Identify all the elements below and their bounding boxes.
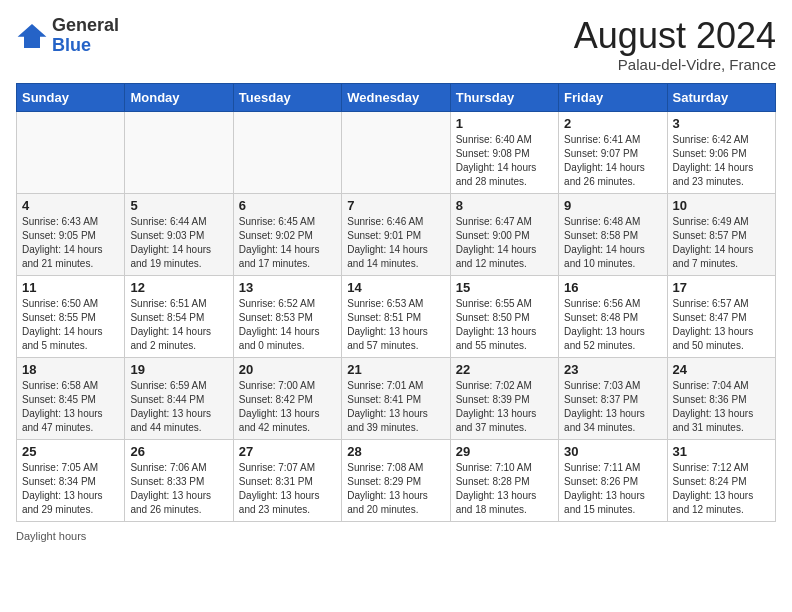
logo-blue-text: Blue [52,36,119,56]
day-number: 27 [239,444,336,459]
calendar-day-cell: 4Sunrise: 6:43 AM Sunset: 9:05 PM Daylig… [17,193,125,275]
day-number: 6 [239,198,336,213]
day-number: 24 [673,362,770,377]
calendar-day-cell: 26Sunrise: 7:06 AM Sunset: 8:33 PM Dayli… [125,439,233,521]
day-number: 23 [564,362,661,377]
day-number: 26 [130,444,227,459]
day-number: 8 [456,198,553,213]
day-number: 29 [456,444,553,459]
day-number: 1 [456,116,553,131]
day-info-text: Sunrise: 6:48 AM Sunset: 8:58 PM Dayligh… [564,215,661,271]
day-info-text: Sunrise: 6:50 AM Sunset: 8:55 PM Dayligh… [22,297,119,353]
calendar-day-cell: 9Sunrise: 6:48 AM Sunset: 8:58 PM Daylig… [559,193,667,275]
calendar-day-cell: 1Sunrise: 6:40 AM Sunset: 9:08 PM Daylig… [450,111,558,193]
day-number: 9 [564,198,661,213]
day-number: 3 [673,116,770,131]
day-number: 14 [347,280,444,295]
calendar-day-cell: 6Sunrise: 6:45 AM Sunset: 9:02 PM Daylig… [233,193,341,275]
calendar-day-cell: 29Sunrise: 7:10 AM Sunset: 8:28 PM Dayli… [450,439,558,521]
day-info-text: Sunrise: 6:58 AM Sunset: 8:45 PM Dayligh… [22,379,119,435]
day-number: 16 [564,280,661,295]
weekday-header-cell: Friday [559,83,667,111]
calendar-day-cell: 13Sunrise: 6:52 AM Sunset: 8:53 PM Dayli… [233,275,341,357]
day-number: 20 [239,362,336,377]
title-area: August 2024 Palau-del-Vidre, France [574,16,776,73]
day-info-text: Sunrise: 6:45 AM Sunset: 9:02 PM Dayligh… [239,215,336,271]
day-number: 25 [22,444,119,459]
day-info-text: Sunrise: 7:07 AM Sunset: 8:31 PM Dayligh… [239,461,336,517]
weekday-header-cell: Thursday [450,83,558,111]
day-info-text: Sunrise: 7:00 AM Sunset: 8:42 PM Dayligh… [239,379,336,435]
day-info-text: Sunrise: 6:57 AM Sunset: 8:47 PM Dayligh… [673,297,770,353]
day-info-text: Sunrise: 6:55 AM Sunset: 8:50 PM Dayligh… [456,297,553,353]
day-number: 2 [564,116,661,131]
calendar-day-cell [342,111,450,193]
page-header: General Blue August 2024 Palau-del-Vidre… [16,16,776,73]
logo-general-text: General [52,16,119,36]
calendar-day-cell: 23Sunrise: 7:03 AM Sunset: 8:37 PM Dayli… [559,357,667,439]
calendar-week-row: 11Sunrise: 6:50 AM Sunset: 8:55 PM Dayli… [17,275,776,357]
day-info-text: Sunrise: 7:11 AM Sunset: 8:26 PM Dayligh… [564,461,661,517]
calendar-day-cell: 25Sunrise: 7:05 AM Sunset: 8:34 PM Dayli… [17,439,125,521]
day-number: 7 [347,198,444,213]
calendar-day-cell: 10Sunrise: 6:49 AM Sunset: 8:57 PM Dayli… [667,193,775,275]
calendar-day-cell: 18Sunrise: 6:58 AM Sunset: 8:45 PM Dayli… [17,357,125,439]
day-info-text: Sunrise: 6:43 AM Sunset: 9:05 PM Dayligh… [22,215,119,271]
day-info-text: Sunrise: 7:05 AM Sunset: 8:34 PM Dayligh… [22,461,119,517]
day-info-text: Sunrise: 6:40 AM Sunset: 9:08 PM Dayligh… [456,133,553,189]
day-info-text: Sunrise: 6:46 AM Sunset: 9:01 PM Dayligh… [347,215,444,271]
calendar-day-cell: 22Sunrise: 7:02 AM Sunset: 8:39 PM Dayli… [450,357,558,439]
calendar-week-row: 1Sunrise: 6:40 AM Sunset: 9:08 PM Daylig… [17,111,776,193]
day-number: 30 [564,444,661,459]
calendar-header: SundayMondayTuesdayWednesdayThursdayFrid… [17,83,776,111]
calendar-day-cell: 24Sunrise: 7:04 AM Sunset: 8:36 PM Dayli… [667,357,775,439]
calendar-day-cell [125,111,233,193]
day-info-text: Sunrise: 7:08 AM Sunset: 8:29 PM Dayligh… [347,461,444,517]
location-subtitle: Palau-del-Vidre, France [574,56,776,73]
calendar-day-cell: 11Sunrise: 6:50 AM Sunset: 8:55 PM Dayli… [17,275,125,357]
day-info-text: Sunrise: 6:49 AM Sunset: 8:57 PM Dayligh… [673,215,770,271]
day-number: 13 [239,280,336,295]
calendar-day-cell: 12Sunrise: 6:51 AM Sunset: 8:54 PM Dayli… [125,275,233,357]
logo-text: General Blue [52,16,119,56]
day-number: 19 [130,362,227,377]
daylight-label: Daylight hours [16,530,86,542]
calendar-day-cell: 21Sunrise: 7:01 AM Sunset: 8:41 PM Dayli… [342,357,450,439]
calendar-day-cell: 19Sunrise: 6:59 AM Sunset: 8:44 PM Dayli… [125,357,233,439]
calendar-week-row: 18Sunrise: 6:58 AM Sunset: 8:45 PM Dayli… [17,357,776,439]
day-number: 31 [673,444,770,459]
day-number: 11 [22,280,119,295]
day-number: 12 [130,280,227,295]
day-number: 10 [673,198,770,213]
calendar-week-row: 4Sunrise: 6:43 AM Sunset: 9:05 PM Daylig… [17,193,776,275]
day-number: 22 [456,362,553,377]
weekday-header-cell: Wednesday [342,83,450,111]
calendar-day-cell: 17Sunrise: 6:57 AM Sunset: 8:47 PM Dayli… [667,275,775,357]
day-info-text: Sunrise: 6:51 AM Sunset: 8:54 PM Dayligh… [130,297,227,353]
weekday-header-cell: Saturday [667,83,775,111]
weekday-header-cell: Sunday [17,83,125,111]
day-info-text: Sunrise: 7:04 AM Sunset: 8:36 PM Dayligh… [673,379,770,435]
calendar-body: 1Sunrise: 6:40 AM Sunset: 9:08 PM Daylig… [17,111,776,521]
calendar-day-cell [17,111,125,193]
calendar-day-cell: 14Sunrise: 6:53 AM Sunset: 8:51 PM Dayli… [342,275,450,357]
day-info-text: Sunrise: 6:59 AM Sunset: 8:44 PM Dayligh… [130,379,227,435]
day-info-text: Sunrise: 6:44 AM Sunset: 9:03 PM Dayligh… [130,215,227,271]
day-info-text: Sunrise: 7:12 AM Sunset: 8:24 PM Dayligh… [673,461,770,517]
calendar-day-cell: 16Sunrise: 6:56 AM Sunset: 8:48 PM Dayli… [559,275,667,357]
calendar-day-cell [233,111,341,193]
calendar-day-cell: 8Sunrise: 6:47 AM Sunset: 9:00 PM Daylig… [450,193,558,275]
day-info-text: Sunrise: 7:10 AM Sunset: 8:28 PM Dayligh… [456,461,553,517]
day-number: 28 [347,444,444,459]
day-info-text: Sunrise: 7:03 AM Sunset: 8:37 PM Dayligh… [564,379,661,435]
footer: Daylight hours [16,530,776,542]
calendar-week-row: 25Sunrise: 7:05 AM Sunset: 8:34 PM Dayli… [17,439,776,521]
weekday-header-cell: Tuesday [233,83,341,111]
weekday-header-cell: Monday [125,83,233,111]
logo: General Blue [16,16,119,56]
day-number: 18 [22,362,119,377]
day-info-text: Sunrise: 6:52 AM Sunset: 8:53 PM Dayligh… [239,297,336,353]
calendar-day-cell: 30Sunrise: 7:11 AM Sunset: 8:26 PM Dayli… [559,439,667,521]
day-number: 4 [22,198,119,213]
calendar-day-cell: 31Sunrise: 7:12 AM Sunset: 8:24 PM Dayli… [667,439,775,521]
